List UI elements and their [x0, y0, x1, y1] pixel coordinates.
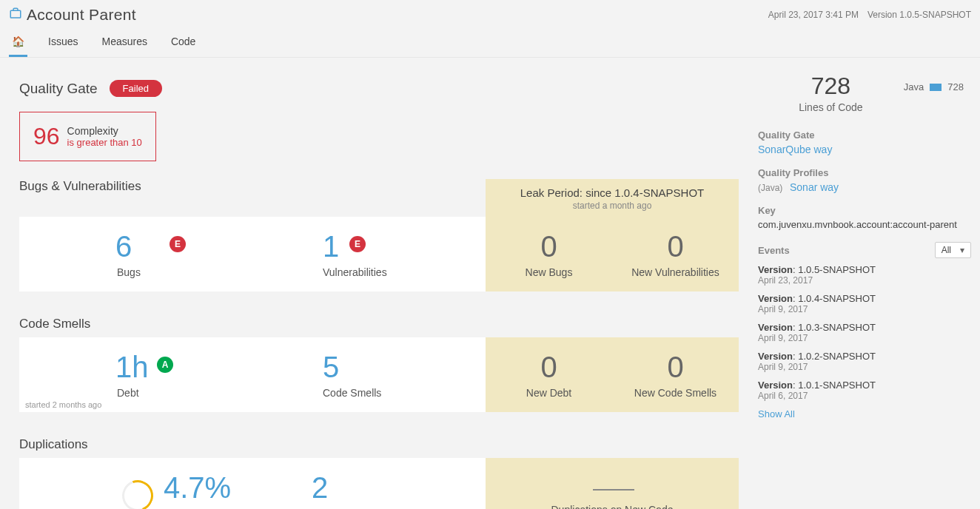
new-bugs-label: New Bugs — [526, 266, 573, 278]
vuln-value[interactable]: 1 — [323, 230, 339, 263]
bugs-label: Bugs — [117, 266, 141, 278]
section-dup-title: Duplications — [19, 437, 739, 452]
section-bugs-title: Bugs & Vulnerabilities — [19, 179, 141, 217]
leak-title: Leak Period: since 1.0.4-SNAPSHOT — [520, 186, 704, 199]
vuln-rating: E — [349, 236, 366, 252]
section-smells-title: Code Smells — [19, 317, 739, 331]
loc-label: Lines of Code — [758, 101, 904, 113]
new-smells-label: New Code Smells — [634, 387, 716, 399]
bugs-value[interactable]: 6 — [115, 230, 132, 263]
new-smells-value[interactable]: 0 — [667, 351, 683, 384]
event-item[interactable]: Version: 1.0.5-SNAPSHOTApril 23, 2017 — [758, 264, 971, 286]
events-filter-select[interactable]: All — [935, 242, 971, 258]
qg-condition-text: is greater than 10 — [67, 137, 142, 148]
tab-home[interactable]: 🏠 — [9, 31, 27, 57]
events-label: Events — [758, 245, 790, 256]
svg-rect-0 — [10, 10, 21, 18]
side-key-label: Key — [758, 205, 971, 216]
event-item[interactable]: Version: 1.0.3-SNAPSHOTApril 9, 2017 — [758, 322, 971, 343]
side-key-value: com.juvenxu.mvnbook.account:account-pare… — [758, 219, 971, 230]
tab-code[interactable]: Code — [168, 31, 198, 57]
duplication-donut-icon — [117, 475, 158, 509]
debt-value[interactable]: 1h — [115, 351, 149, 384]
analysis-date: April 23, 2017 3:41 PM — [768, 10, 859, 20]
lang-loc: 728 — [947, 81, 964, 92]
debt-label: Debt — [117, 387, 139, 399]
project-icon — [9, 7, 22, 24]
event-item[interactable]: Version: 1.0.1-SNAPSHOTApril 6, 2017 — [758, 380, 971, 401]
lang-bar — [930, 84, 942, 91]
side-qp-label: Quality Profiles — [758, 167, 971, 178]
smells-label: Code Smells — [323, 387, 381, 399]
new-bugs-value[interactable]: 0 — [540, 230, 557, 263]
bugs-rating: E — [170, 236, 186, 252]
lang-name: Java — [904, 81, 924, 92]
new-debt-value[interactable]: 0 — [540, 351, 557, 384]
event-item[interactable]: Version: 1.0.4-SNAPSHOTApril 9, 2017 — [758, 293, 971, 314]
debt-rating: A — [157, 357, 173, 373]
event-item[interactable]: Version: 1.0.2-SNAPSHOTApril 9, 2017 — [758, 351, 971, 372]
new-vuln-value[interactable]: 0 — [667, 230, 683, 263]
quality-gate-title: Quality Gate — [19, 81, 98, 97]
tab-issues[interactable]: Issues — [45, 31, 81, 57]
new-vuln-label: New Vulnerabilities — [631, 266, 719, 278]
qg-value: 96 — [33, 123, 60, 150]
vuln-label: Vulnerabilities — [323, 266, 387, 278]
qg-metric: Complexity — [67, 125, 142, 137]
quality-gate-condition[interactable]: 96 Complexity is greater than 10 — [19, 112, 156, 161]
new-dup-label: Duplications on New Code — [551, 504, 674, 510]
side-qg-link[interactable]: SonarQube way — [758, 144, 832, 155]
side-qp-lang: (Java) — [758, 183, 782, 193]
new-dup-value: —— — [593, 476, 631, 501]
tab-measures[interactable]: Measures — [98, 31, 150, 57]
events-show-all[interactable]: Show All — [758, 408, 795, 419]
quality-gate-status: Failed — [110, 80, 162, 97]
new-debt-label: New Debt — [526, 387, 571, 399]
project-title: Account Parent — [27, 6, 136, 24]
smells-value[interactable]: 5 — [323, 351, 339, 384]
dup-blocks-value[interactable]: 2 — [312, 471, 328, 505]
side-qp-link[interactable]: Sonar way — [790, 181, 839, 193]
leak-header: Leak Period: since 1.0.4-SNAPSHOT starte… — [486, 179, 739, 217]
project-version: Version 1.0.5-SNAPSHOT — [867, 10, 971, 20]
leak-sub: started a month ago — [486, 200, 739, 211]
home-icon: 🏠 — [12, 36, 24, 47]
loc-value[interactable]: 728 — [758, 73, 904, 100]
smells-started: started 2 months ago — [25, 400, 101, 409]
side-qg-label: Quality Gate — [758, 129, 971, 141]
dup-value[interactable]: 4.7% — [164, 471, 231, 505]
